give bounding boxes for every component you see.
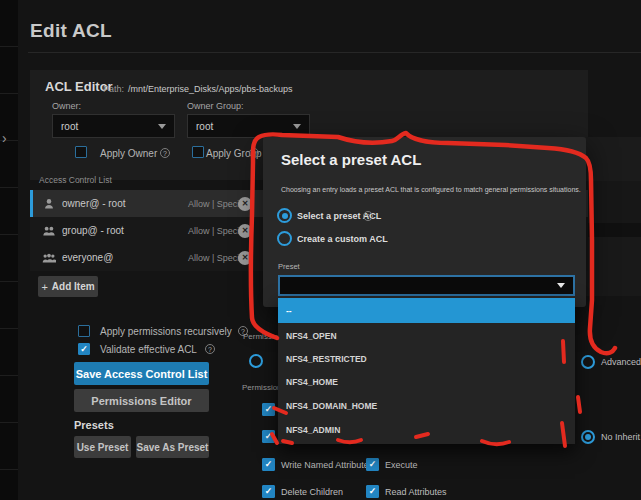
header-divider: [28, 52, 641, 53]
select-preset-radio[interactable]: [277, 208, 292, 223]
add-item-button[interactable]: + Add Item: [38, 276, 98, 297]
advanced-radio-label: Advanced: [601, 357, 641, 367]
path-value: /mnt/Enterprise_Disks/Apps/pbs-backups: [128, 84, 293, 94]
owner-select-value: root: [61, 121, 158, 132]
save-as-preset-button[interactable]: Save As Preset: [136, 436, 209, 458]
background-band: [586, 137, 641, 181]
everyone-icon: [42, 251, 56, 265]
advanced-permissions-radio[interactable]: [581, 355, 595, 369]
validate-acl-checkbox[interactable]: [78, 343, 90, 355]
path-label: Path:: [103, 84, 124, 94]
create-custom-radio-label: Create a custom ACL: [297, 234, 388, 244]
permissions-editor-button[interactable]: Permissions Editor: [74, 389, 209, 412]
preset-help-icon[interactable]: [363, 211, 373, 221]
apply-owner-checkbox[interactable]: [75, 146, 87, 158]
preset-option-nfs4-restricted[interactable]: NFS4_RESTRICTED: [278, 347, 575, 370]
owner-label: Owner:: [52, 101, 81, 111]
acl-entry-label: group@ - root: [62, 225, 124, 236]
preset-select[interactable]: [278, 275, 575, 296]
dataset-path: Path:/mnt/Enterprise_Disks/Apps/pbs-back…: [103, 84, 293, 94]
execute-checkbox[interactable]: [366, 458, 379, 471]
background-band: [586, 181, 641, 223]
permission-checkbox[interactable]: [262, 403, 275, 416]
read-attributes-label: Read Attributes: [385, 487, 447, 497]
person-icon: [42, 197, 56, 211]
preset-option-nfs4-admin[interactable]: NFS4_ADMIN: [278, 418, 575, 441]
write-named-attributes-checkbox[interactable]: [262, 458, 275, 471]
preset-option-none[interactable]: --: [278, 298, 575, 323]
selected-row-indicator: [30, 190, 33, 217]
edit-acl-screen: { "page": {"title": "Edit ACL"}, "acl_ed…: [0, 0, 641, 500]
plus-icon: +: [41, 281, 47, 293]
delete-children-checkbox[interactable]: [262, 485, 275, 498]
write-named-attributes-label: Write Named Attributes: [281, 460, 373, 470]
remove-entry-icon[interactable]: [238, 251, 252, 265]
presets-heading: Presets: [74, 419, 114, 431]
apply-recursively-label: Apply permissions recursively: [100, 326, 232, 337]
use-preset-button[interactable]: Use Preset: [74, 436, 131, 458]
apply-recursively-checkbox[interactable]: [78, 325, 90, 337]
background-band: [586, 223, 641, 237]
delete-children-label: Delete Children: [281, 487, 343, 497]
owner-select[interactable]: root: [52, 114, 175, 138]
collapsed-sidebar[interactable]: ›: [0, 0, 18, 500]
add-item-label: Add Item: [52, 281, 95, 292]
validate-acl-label: Validate effective ACL: [100, 344, 197, 355]
acl-entry-label: everyone@: [62, 252, 113, 263]
acl-list-heading: Access Control List: [39, 175, 112, 185]
chevron-down-icon: [158, 124, 166, 129]
owner-group-select-value: root: [196, 121, 293, 132]
page-title: Edit ACL: [30, 20, 112, 42]
no-inherit-radio[interactable]: [581, 430, 595, 444]
execute-label: Execute: [385, 460, 418, 470]
basic-permissions-radio[interactable]: [249, 354, 263, 368]
apply-group-help-icon[interactable]: [249, 148, 259, 158]
save-acl-button[interactable]: Save Access Control List: [74, 362, 209, 385]
acl-entry-label: owner@ - root: [62, 198, 126, 209]
sidebar-expand-chevron-icon[interactable]: ›: [2, 131, 7, 145]
preset-option-nfs4-home[interactable]: NFS4_HOME: [278, 370, 575, 393]
preset-option-nfs4-open[interactable]: NFS4_OPEN: [278, 324, 575, 347]
dialog-title: Select a preset ACL: [281, 151, 421, 168]
apply-owner-label: Apply Owner: [100, 148, 157, 159]
read-attributes-checkbox[interactable]: [366, 485, 379, 498]
chevron-down-icon: [557, 283, 565, 288]
preset-field-label: Preset: [278, 262, 300, 271]
preset-option-nfs4-domain-home[interactable]: NFS4_DOMAIN_HOME: [278, 394, 575, 417]
group-icon: [42, 224, 56, 238]
apply-group-checkbox[interactable]: [192, 146, 204, 158]
remove-entry-icon[interactable]: [238, 224, 252, 238]
owner-group-select[interactable]: root: [187, 114, 310, 138]
permission-checkbox[interactable]: [262, 430, 275, 443]
create-custom-radio[interactable]: [277, 231, 292, 246]
no-inherit-radio-label: No Inherit: [601, 432, 640, 442]
chevron-down-icon: [293, 124, 301, 129]
validate-acl-help-icon[interactable]: [205, 344, 215, 354]
apply-owner-help-icon[interactable]: [160, 148, 170, 158]
remove-entry-icon[interactable]: [238, 197, 252, 211]
preset-options-dropdown: -- NFS4_OPEN NFS4_RESTRICTED NFS4_HOME N…: [278, 297, 575, 444]
dialog-description: Choosing an entry loads a preset ACL tha…: [281, 186, 581, 193]
background-band: [586, 237, 641, 296]
owner-group-label: Owner Group:: [187, 101, 244, 111]
